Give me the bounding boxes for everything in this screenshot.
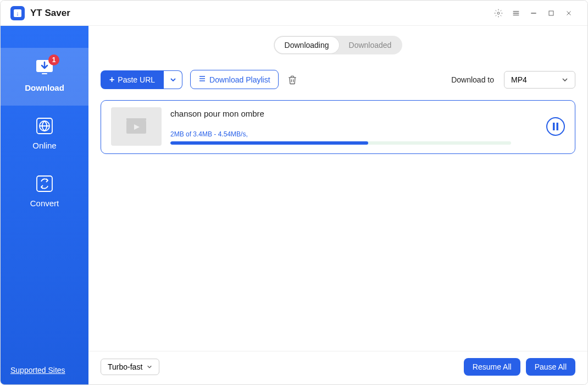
menu-icon[interactable]	[507, 4, 525, 22]
chevron-down-icon	[147, 364, 152, 370]
download-arrow-icon: ↓	[14, 9, 21, 17]
paste-url-group: + Paste URL	[101, 70, 182, 89]
svg-point-0	[497, 12, 500, 14]
list-icon	[198, 75, 206, 84]
resume-all-button[interactable]: Resume All	[464, 358, 520, 376]
svg-rect-17	[126, 118, 146, 120]
download-playlist-button[interactable]: Download Playlist	[190, 70, 279, 89]
toolbar: + Paste URL Download Playlist	[88, 59, 587, 97]
format-select[interactable]: MP4	[504, 71, 575, 89]
chevron-down-icon	[562, 76, 568, 83]
footer: Turbo-fast Resume All Pause All	[88, 351, 587, 384]
minimize-icon[interactable]	[525, 4, 542, 22]
supported-sites-link[interactable]: Supported Sites	[1, 356, 88, 384]
sidebar-item-label: Convert	[30, 199, 59, 208]
format-value: MP4	[511, 75, 527, 84]
chevron-down-icon	[170, 76, 176, 83]
sidebar: 1 Download Online Convert Supported Site…	[1, 26, 88, 384]
settings-icon[interactable]	[490, 4, 507, 22]
download-playlist-label: Download Playlist	[209, 75, 270, 84]
sidebar-item-convert[interactable]: Convert	[1, 163, 88, 221]
svg-rect-9	[42, 73, 47, 74]
app-title: YT Saver	[30, 8, 70, 19]
sidebar-item-label: Download	[25, 83, 64, 92]
speed-value: Turbo-fast	[108, 362, 142, 371]
paste-url-label: Paste URL	[118, 75, 155, 84]
progress-bar	[170, 141, 511, 145]
pause-button[interactable]	[546, 117, 565, 136]
paste-url-button[interactable]: + Paste URL	[101, 70, 164, 89]
sidebar-item-online[interactable]: Online	[1, 106, 88, 163]
titlebar: ↓ YT Saver	[1, 1, 587, 26]
video-placeholder-icon	[125, 117, 147, 136]
svg-rect-12	[37, 176, 52, 191]
svg-rect-19	[557, 123, 559, 130]
pause-icon	[552, 123, 559, 130]
svg-rect-18	[553, 123, 555, 130]
download-title: chanson pour mon ombre	[170, 109, 521, 118]
maximize-icon[interactable]	[542, 4, 560, 22]
tab-downloaded[interactable]: Downloaded	[339, 37, 402, 53]
close-icon[interactable]	[560, 4, 578, 22]
plus-icon: +	[109, 75, 114, 85]
app-window: ↓ YT Saver 1 Download	[0, 0, 588, 385]
sidebar-item-download[interactable]: 1 Download	[1, 48, 88, 106]
download-progress-text: 2MB of 3.4MB - 4.54MB/s,	[170, 130, 521, 138]
download-card: chanson pour mon ombre 2MB of 3.4MB - 4.…	[101, 100, 575, 154]
tabs: Downloading Downloaded	[274, 36, 403, 54]
download-icon: 1	[34, 58, 55, 79]
download-count-badge: 1	[48, 54, 59, 65]
progress-fill	[170, 141, 368, 145]
app-logo: ↓	[10, 6, 25, 20]
globe-icon	[34, 116, 55, 136]
svg-rect-5	[549, 11, 553, 15]
paste-url-dropdown[interactable]	[164, 70, 182, 89]
trash-icon	[287, 74, 298, 85]
speed-select[interactable]: Turbo-fast	[101, 359, 159, 375]
pause-all-button[interactable]: Pause All	[526, 358, 575, 376]
download-to-label: Download to	[451, 75, 494, 84]
tab-downloading[interactable]: Downloading	[275, 37, 339, 53]
main-panel: Downloading Downloaded + Paste URL	[88, 26, 587, 384]
video-thumbnail	[111, 107, 162, 146]
trash-button[interactable]	[286, 74, 298, 86]
convert-icon	[34, 173, 55, 194]
sidebar-item-label: Online	[32, 141, 56, 150]
